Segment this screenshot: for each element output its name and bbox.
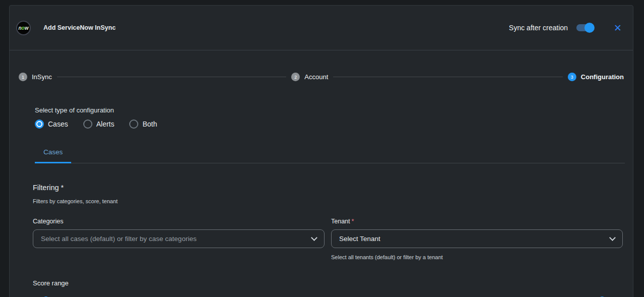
radio-label: Alerts xyxy=(96,120,115,128)
config-type-radio-group: Cases Alerts Both xyxy=(35,120,625,129)
step-configuration[interactable]: 3 Configuration xyxy=(568,73,624,81)
step-number-badge: 1 xyxy=(19,73,27,81)
categories-placeholder: Select all cases (default) or filter by … xyxy=(41,235,196,243)
dialog-title: Add ServiceNow InSync xyxy=(43,24,116,31)
config-type-section: Select type of configuration Cases Alert… xyxy=(35,106,625,129)
logo-letter: w xyxy=(25,25,29,31)
sync-after-creation-toggle[interactable] xyxy=(576,24,594,31)
filtering-section: Filtering * Filters by categories, score… xyxy=(33,184,623,260)
filtering-subtitle: Filters by categories, score, tenant xyxy=(33,198,623,204)
tenant-helper-text: Select all tenants (default) or filter b… xyxy=(331,254,623,260)
radio-label: Cases xyxy=(48,120,68,128)
step-number-badge: 2 xyxy=(291,73,300,81)
step-account[interactable]: 2 Account xyxy=(291,73,328,81)
tenant-selected-value: Select Tenant xyxy=(339,235,381,243)
sync-after-creation-label: Sync after creation xyxy=(509,24,568,32)
stepper-connector xyxy=(57,77,287,77)
radio-option-cases[interactable]: Cases xyxy=(35,120,68,129)
step-label: Configuration xyxy=(581,73,624,81)
stepper-connector xyxy=(333,77,563,77)
wizard-stepper: 1 InSync 2 Account 3 Configuration xyxy=(19,73,624,81)
step-label: InSync xyxy=(32,73,52,81)
tab-bar: Cases xyxy=(35,147,625,163)
tenant-label-text: Tenant xyxy=(331,218,350,225)
close-icon[interactable]: ✕ xyxy=(614,23,622,33)
radio-option-both[interactable]: Both xyxy=(129,120,157,129)
step-label: Account xyxy=(304,73,328,81)
categories-select[interactable]: Select all cases (default) or filter by … xyxy=(33,229,325,248)
add-servicenow-insync-dialog: now Add ServiceNow InSync Sync after cre… xyxy=(9,5,633,297)
categories-field: Categories Select all cases (default) or… xyxy=(33,218,325,260)
chevron-down-icon xyxy=(311,234,317,241)
config-type-label: Select type of configuration xyxy=(35,106,625,114)
score-range-section: Score range 0 100 xyxy=(33,279,623,297)
toggle-knob xyxy=(584,23,595,33)
score-range-label: Score range xyxy=(33,279,623,287)
radio-button-icon[interactable] xyxy=(129,120,138,129)
required-asterisk: * xyxy=(352,218,354,225)
step-number-badge: 3 xyxy=(568,73,576,81)
tab-cases[interactable]: Cases xyxy=(35,148,71,163)
required-asterisk: * xyxy=(61,184,64,192)
categories-label: Categories xyxy=(33,218,325,225)
header-divider xyxy=(10,50,633,50)
filter-fields-row: Categories Select all cases (default) or… xyxy=(33,218,623,260)
filtering-title: Filtering * xyxy=(33,184,623,192)
step-insync[interactable]: 1 InSync xyxy=(19,73,52,81)
filtering-title-text: Filtering xyxy=(33,184,59,192)
radio-option-alerts[interactable]: Alerts xyxy=(83,120,115,129)
radio-label: Both xyxy=(142,120,157,128)
radio-button-icon[interactable] xyxy=(35,120,44,129)
tenant-field: Tenant* Select Tenant Select all tenants… xyxy=(331,218,623,260)
dialog-header: now Add ServiceNow InSync Sync after cre… xyxy=(10,6,633,50)
servicenow-logo-icon: now xyxy=(16,21,31,35)
radio-button-icon[interactable] xyxy=(83,120,92,129)
tenant-label: Tenant* xyxy=(331,218,623,225)
tenant-select[interactable]: Select Tenant xyxy=(331,229,623,248)
chevron-down-icon xyxy=(609,234,616,241)
